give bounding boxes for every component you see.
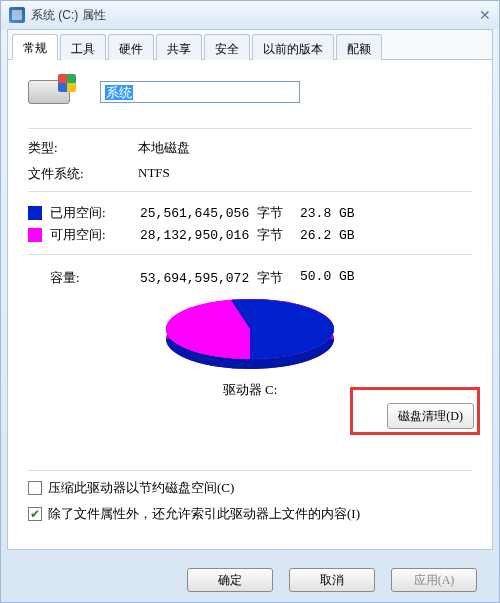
used-gb: 23.8 GB [300, 206, 390, 221]
tab-general-body: 系统 类型: 本地磁盘 文件系统: NTFS 已用空间: 25,561,645,… [8, 60, 492, 549]
type-filesystem-grid: 类型: 本地磁盘 文件系统: NTFS [28, 139, 472, 183]
type-label: 类型: [28, 139, 138, 157]
apply-button[interactable]: 应用(A) [391, 568, 477, 592]
window-title: 系统 (C:) 属性 [31, 7, 106, 24]
used-space-row: 已用空间: 25,561,645,056 字节 23.8 GB [28, 202, 472, 224]
separator [28, 128, 472, 129]
separator [28, 254, 472, 255]
drive-name-selected: 系统 [105, 85, 133, 100]
tab-previous-versions[interactable]: 以前的版本 [252, 34, 334, 60]
used-bytes: 25,561,645,056 字节 [140, 204, 300, 222]
close-icon[interactable]: ✕ [479, 7, 491, 23]
drive-name-input[interactable]: 系统 [100, 81, 300, 103]
index-checkbox[interactable]: ✔ [28, 507, 42, 521]
drive-icon [9, 7, 25, 23]
ok-button[interactable]: 确定 [187, 568, 273, 592]
tab-strip: 常规 工具 硬件 共享 安全 以前的版本 配额 [8, 30, 492, 60]
tab-tools[interactable]: 工具 [60, 34, 106, 60]
capacity-gb: 50.0 GB [300, 269, 390, 287]
dialog-body: 常规 工具 硬件 共享 安全 以前的版本 配额 系统 [7, 29, 493, 550]
capacity-label: 容量: [28, 269, 140, 287]
free-label: 可用空间: [50, 226, 140, 244]
index-label: 除了文件属性外，还允许索引此驱动器上文件的内容(I) [48, 505, 360, 523]
used-label: 已用空间: [50, 204, 140, 222]
free-bytes: 28,132,950,016 字节 [140, 226, 300, 244]
tab-general[interactable]: 常规 [12, 34, 58, 60]
drive-large-icon [28, 74, 76, 110]
compress-checkbox[interactable] [28, 481, 42, 495]
properties-window: 系统 (C:) 属性 ✕ 常规 工具 硬件 共享 安全 以前的版本 配额 系统 [0, 0, 500, 603]
free-space-row: 可用空间: 28,132,950,016 字节 26.2 GB [28, 224, 472, 246]
free-swatch [28, 228, 42, 242]
titlebar[interactable]: 系统 (C:) 属性 ✕ [1, 1, 499, 29]
tab-quota[interactable]: 配额 [336, 34, 382, 60]
free-gb: 26.2 GB [300, 228, 390, 243]
capacity-bytes: 53,694,595,072 字节 [140, 269, 300, 287]
type-value: 本地磁盘 [138, 139, 472, 157]
tab-hardware[interactable]: 硬件 [108, 34, 154, 60]
tab-sharing[interactable]: 共享 [156, 34, 202, 60]
capacity-row: 容量: 53,694,595,072 字节 50.0 GB [28, 269, 472, 287]
used-swatch [28, 206, 42, 220]
fs-value: NTFS [138, 165, 472, 183]
tab-security[interactable]: 安全 [204, 34, 250, 60]
fs-label: 文件系统: [28, 165, 138, 183]
separator [28, 191, 472, 192]
dialog-buttons: 确定 取消 应用(A) [1, 568, 499, 592]
pie-chart: 驱动器 C: [28, 293, 472, 399]
cancel-button[interactable]: 取消 [289, 568, 375, 592]
compress-label: 压缩此驱动器以节约磁盘空间(C) [48, 479, 234, 497]
windows-logo-icon [58, 74, 76, 92]
disk-cleanup-button[interactable]: 磁盘清理(D) [387, 403, 474, 429]
checkbox-group: 压缩此驱动器以节约磁盘空间(C) ✔ 除了文件属性外，还允许索引此驱动器上文件的… [28, 471, 472, 531]
